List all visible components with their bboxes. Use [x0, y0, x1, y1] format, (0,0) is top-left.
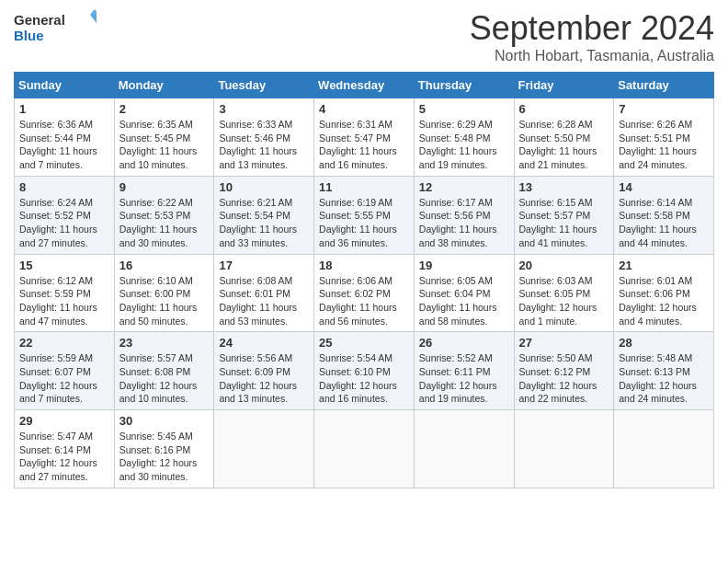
day-number: 16 [119, 259, 210, 272]
calendar-cell: 19Sunrise: 6:05 AMSunset: 6:04 PMDayligh… [414, 254, 514, 332]
day-info: Sunrise: 6:19 AMSunset: 5:55 PMDaylight:… [319, 196, 409, 250]
calendar-cell: 2Sunrise: 6:35 AMSunset: 5:45 PMDaylight… [114, 98, 214, 177]
day-number: 12 [419, 180, 509, 194]
day-info: Sunrise: 6:22 AMSunset: 5:53 PMDaylight:… [119, 196, 210, 250]
calendar-cell: 18Sunrise: 6:06 AMSunset: 6:02 PMDayligh… [314, 254, 415, 332]
calendar-cell: 15Sunrise: 6:12 AMSunset: 5:59 PMDayligh… [15, 254, 115, 332]
day-info: Sunrise: 6:12 AMSunset: 5:59 PMDaylight:… [19, 274, 109, 328]
page-header: General Blue September 2024 North Hobart… [14, 9, 714, 64]
calendar-cell [514, 410, 614, 488]
calendar-cell [214, 410, 314, 488]
day-info: Sunrise: 6:05 AMSunset: 6:04 PMDaylight:… [419, 274, 509, 328]
day-number: 27 [519, 336, 609, 350]
day-number: 14 [619, 180, 709, 194]
svg-marker-3 [90, 9, 97, 26]
day-number: 29 [19, 414, 109, 428]
day-info: Sunrise: 6:31 AMSunset: 5:47 PMDaylight:… [319, 118, 409, 172]
calendar-cell: 1Sunrise: 6:36 AMSunset: 5:44 PMDaylight… [15, 98, 115, 177]
day-info: Sunrise: 5:47 AMSunset: 6:14 PMDaylight:… [19, 430, 109, 484]
day-info: Sunrise: 6:21 AMSunset: 5:54 PMDaylight:… [219, 196, 309, 250]
day-info: Sunrise: 5:57 AMSunset: 6:08 PMDaylight:… [119, 351, 210, 406]
day-number: 21 [619, 259, 709, 272]
day-info: Sunrise: 6:10 AMSunset: 6:00 PMDaylight:… [119, 274, 210, 328]
calendar-cell: 5Sunrise: 6:29 AMSunset: 5:48 PMDaylight… [414, 98, 514, 177]
day-number: 25 [319, 336, 409, 350]
calendar-cell [614, 410, 714, 488]
day-number: 2 [119, 102, 210, 116]
day-info: Sunrise: 6:06 AMSunset: 6:02 PMDaylight:… [319, 274, 409, 328]
day-info: Sunrise: 5:52 AMSunset: 6:11 PMDaylight:… [419, 351, 509, 406]
calendar-row: 22Sunrise: 5:59 AMSunset: 6:07 PMDayligh… [15, 332, 714, 410]
day-number: 13 [519, 180, 609, 194]
calendar-cell: 3Sunrise: 6:33 AMSunset: 5:46 PMDaylight… [214, 98, 314, 177]
calendar-cell: 9Sunrise: 6:22 AMSunset: 5:53 PMDaylight… [114, 176, 214, 254]
calendar-cell [414, 410, 514, 488]
calendar-cell: 11Sunrise: 6:19 AMSunset: 5:55 PMDayligh… [314, 176, 415, 254]
calendar-row: 8Sunrise: 6:24 AMSunset: 5:52 PMDaylight… [15, 176, 714, 254]
calendar-row: 1Sunrise: 6:36 AMSunset: 5:44 PMDaylight… [15, 98, 714, 177]
calendar-cell: 29Sunrise: 5:47 AMSunset: 6:14 PMDayligh… [15, 410, 115, 488]
weekday-header: Tuesday [214, 73, 314, 98]
weekday-header: Thursday [414, 73, 514, 98]
calendar-cell: 6Sunrise: 6:28 AMSunset: 5:50 PMDaylight… [514, 98, 614, 177]
calendar-cell: 13Sunrise: 6:15 AMSunset: 5:57 PMDayligh… [514, 176, 614, 254]
day-number: 19 [419, 259, 509, 272]
day-number: 23 [119, 336, 210, 350]
weekday-header: Monday [114, 73, 214, 98]
day-info: Sunrise: 6:26 AMSunset: 5:51 PMDaylight:… [619, 118, 709, 172]
calendar-cell: 20Sunrise: 6:03 AMSunset: 6:05 PMDayligh… [514, 254, 614, 332]
day-number: 22 [19, 336, 109, 350]
calendar-cell: 22Sunrise: 5:59 AMSunset: 6:07 PMDayligh… [15, 332, 115, 410]
calendar-cell: 16Sunrise: 6:10 AMSunset: 6:00 PMDayligh… [114, 254, 214, 332]
day-info: Sunrise: 6:08 AMSunset: 6:01 PMDaylight:… [219, 274, 309, 328]
calendar-table: SundayMondayTuesdayWednesdayThursdayFrid… [14, 72, 714, 488]
calendar-cell: 8Sunrise: 6:24 AMSunset: 5:52 PMDaylight… [15, 176, 115, 254]
day-info: Sunrise: 6:14 AMSunset: 5:58 PMDaylight:… [619, 196, 709, 250]
calendar-row: 29Sunrise: 5:47 AMSunset: 6:14 PMDayligh… [15, 410, 714, 488]
month-title: September 2024 [470, 9, 714, 48]
calendar-cell: 4Sunrise: 6:31 AMSunset: 5:47 PMDaylight… [314, 98, 415, 177]
logo-svg: General Blue [14, 9, 97, 46]
logo: General Blue [14, 9, 97, 46]
weekday-header: Sunday [15, 73, 115, 98]
day-info: Sunrise: 6:15 AMSunset: 5:57 PMDaylight:… [519, 196, 609, 250]
day-number: 30 [119, 414, 210, 428]
day-info: Sunrise: 6:01 AMSunset: 6:06 PMDaylight:… [619, 274, 709, 328]
day-info: Sunrise: 5:48 AMSunset: 6:13 PMDaylight:… [619, 351, 709, 406]
day-number: 9 [119, 180, 210, 194]
calendar-cell: 30Sunrise: 5:45 AMSunset: 6:16 PMDayligh… [114, 410, 214, 488]
day-number: 11 [319, 180, 409, 194]
day-info: Sunrise: 6:03 AMSunset: 6:05 PMDaylight:… [519, 274, 609, 328]
day-info: Sunrise: 6:33 AMSunset: 5:46 PMDaylight:… [219, 118, 309, 172]
calendar-cell: 25Sunrise: 5:54 AMSunset: 6:10 PMDayligh… [314, 332, 415, 410]
day-number: 10 [219, 180, 309, 194]
day-info: Sunrise: 5:56 AMSunset: 6:09 PMDaylight:… [219, 351, 309, 406]
day-info: Sunrise: 5:54 AMSunset: 6:10 PMDaylight:… [319, 351, 409, 406]
day-info: Sunrise: 6:29 AMSunset: 5:48 PMDaylight:… [419, 118, 509, 172]
weekday-header-row: SundayMondayTuesdayWednesdayThursdayFrid… [15, 73, 714, 98]
calendar-cell: 26Sunrise: 5:52 AMSunset: 6:11 PMDayligh… [414, 332, 514, 410]
day-number: 15 [19, 259, 109, 272]
location-subtitle: North Hobart, Tasmania, Australia [470, 48, 714, 64]
title-section: September 2024 North Hobart, Tasmania, A… [470, 9, 714, 64]
day-number: 26 [419, 336, 509, 350]
svg-text:Blue: Blue [14, 28, 44, 43]
day-number: 3 [219, 102, 309, 116]
day-number: 7 [619, 102, 709, 116]
day-number: 5 [419, 102, 509, 116]
calendar-cell [314, 410, 415, 488]
day-info: Sunrise: 6:36 AMSunset: 5:44 PMDaylight:… [19, 118, 109, 172]
day-number: 24 [219, 336, 309, 350]
day-info: Sunrise: 6:35 AMSunset: 5:45 PMDaylight:… [119, 118, 210, 172]
day-info: Sunrise: 6:17 AMSunset: 5:56 PMDaylight:… [419, 196, 509, 250]
day-number: 28 [619, 336, 709, 350]
weekday-header: Friday [514, 73, 614, 98]
day-number: 17 [219, 259, 309, 272]
day-number: 6 [519, 102, 609, 116]
day-number: 1 [19, 102, 109, 116]
day-number: 20 [519, 259, 609, 272]
calendar-cell: 7Sunrise: 6:26 AMSunset: 5:51 PMDaylight… [614, 98, 714, 177]
calendar-cell: 23Sunrise: 5:57 AMSunset: 6:08 PMDayligh… [114, 332, 214, 410]
day-number: 8 [19, 180, 109, 194]
day-number: 4 [319, 102, 409, 116]
